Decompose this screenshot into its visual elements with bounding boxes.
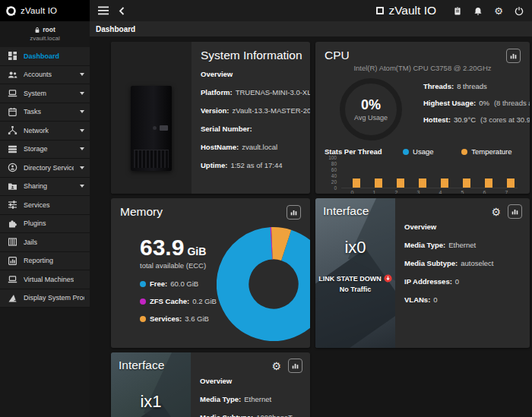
sidebar-item-jails[interactable]: Jails: [0, 233, 90, 252]
sidebar-item-sharing[interactable]: Sharing: [0, 178, 90, 197]
sidebar-nav: Dashboard Accounts: [0, 47, 90, 308]
topbar-title-text: zVault IO: [388, 4, 436, 17]
interface-settings-button[interactable]: ⚙: [491, 207, 501, 217]
thread-bar-group: [366, 178, 382, 188]
legend-free: Free:60.0 GiB: [140, 280, 217, 288]
section-label: Overview: [200, 377, 301, 385]
stat-threads: Threads:8 threads: [423, 82, 530, 90]
screen: zVault IO: [0, 0, 532, 417]
topbar-title: zVault IO: [376, 4, 436, 17]
thread-bar-group: [410, 178, 426, 188]
back-button[interactable]: [112, 0, 131, 21]
sidebar-item-services[interactable]: Services: [0, 196, 90, 215]
card-title: Memory: [120, 205, 163, 219]
legend-usage[interactable]: Usage: [403, 147, 433, 156]
people-icon: [8, 70, 17, 80]
sidebar-item-reporting[interactable]: Reporting: [0, 252, 90, 271]
memory-caption: total available (ECC): [140, 261, 217, 270]
sidebar-item-network[interactable]: Network: [0, 122, 90, 141]
storage-icon: [8, 144, 17, 154]
interface-ix1-card: Interface ix1 ⚙: [111, 352, 310, 417]
field-platform: Platform:TRUENAS-MINI-3.0-XL+: [201, 88, 310, 96]
field-media-type: Media Type:Ethernet: [200, 395, 301, 403]
memory-legend: Free:60.0 GiB ZFS Cache:0.2 GiB Services…: [140, 280, 217, 323]
link-state: LINK STATE DOWN: [318, 274, 392, 283]
chevron-down-icon: [80, 92, 84, 95]
stat-hottest: Hottest:30.9°C(3 cores at 30.9°C): [423, 115, 530, 124]
display-square-icon: [376, 7, 384, 14]
interface-photo: Interface ix1: [111, 352, 191, 417]
main-area: Dashboard System In: [90, 21, 532, 417]
legend-temperature[interactable]: Temperature: [461, 147, 511, 156]
puzzle-icon: [8, 219, 17, 229]
folder-share-icon: [8, 182, 17, 191]
interface-report-button[interactable]: [508, 204, 522, 219]
cpu-model: Intel(R) Atom(TM) CPU C3758 @ 2.20GHz: [325, 64, 521, 72]
user-host: zvault.local: [3, 35, 87, 42]
sidebar-item-system[interactable]: System: [0, 84, 90, 103]
breadcrumb[interactable]: Dashboard: [96, 25, 135, 33]
card-title: CPU: [325, 49, 350, 62]
chart-icon: [511, 207, 519, 216]
memory-donut-chart: [217, 227, 310, 341]
chevron-down-icon: [80, 185, 84, 188]
sidebar-item-dashboard[interactable]: Dashboard: [0, 47, 90, 66]
sidebar-item-accounts[interactable]: Accounts: [0, 66, 90, 85]
sidebar-item-plugins[interactable]: Plugins: [0, 215, 90, 234]
stat-highest-usage: Highest Usage:0%(8 threads at 0%): [423, 99, 530, 107]
sidebar-user[interactable]: root zvault.local: [0, 21, 90, 47]
cpu-y-axis: 020406080100: [326, 158, 338, 188]
dashboard-icon: [8, 51, 17, 61]
brand[interactable]: zVault IO: [0, 0, 90, 21]
terminal-icon: [8, 293, 17, 303]
gear-icon: ⚙: [271, 361, 281, 371]
field-media-subtype: Media Subtype:1000baseT: [200, 413, 301, 417]
card-title: Interface: [323, 204, 369, 218]
menu-toggle-button[interactable]: [94, 0, 112, 21]
server-image-panel: [111, 42, 192, 194]
laptop-icon: [8, 274, 17, 284]
user-name: root: [43, 26, 55, 33]
thread-bar-group: [477, 178, 492, 188]
field-media-subtype: Media Subtype:autoselect: [404, 259, 521, 267]
sidebar: root zvault.local Dashboard: [0, 21, 90, 417]
zvault-logo-icon: [5, 5, 17, 17]
field-hostname: HostName:zvault.local: [201, 143, 310, 151]
sidebar-item-virtual-machines[interactable]: Virtual Machines: [0, 270, 90, 289]
notifications-button[interactable]: [469, 0, 487, 21]
hamburger-icon: [98, 6, 109, 15]
gear-icon: ⚙: [491, 207, 501, 217]
thread-bar-group: [388, 178, 404, 188]
interface-settings-button[interactable]: ⚙: [271, 361, 281, 371]
lock-icon: [34, 27, 40, 33]
memory-report-button[interactable]: [287, 205, 301, 220]
sidebar-item-tasks[interactable]: Tasks: [0, 103, 90, 122]
sidebar-item-directory-services[interactable]: Directory Services: [0, 159, 90, 178]
sidebar-item-display-system-processes[interactable]: Display System Processes: [0, 289, 90, 308]
thread-bar-group: [344, 178, 360, 188]
chart-icon: [290, 208, 298, 216]
field-serial-number: Serial Number:: [201, 125, 310, 133]
legend-services: Services:3.6 GiB: [140, 314, 217, 323]
settings-button[interactable]: ⚙: [489, 0, 508, 21]
gear-icon: ⚙: [494, 6, 503, 16]
network-icon: [8, 125, 17, 135]
cpu-report-button[interactable]: [506, 49, 521, 63]
bar-chart-icon: [8, 256, 17, 266]
chevron-left-icon: [119, 7, 125, 15]
field-version: Version:zVault-13.3-MASTER-202502...: [201, 106, 310, 115]
top-bar: zVault IO: [0, 0, 532, 21]
interface-report-button[interactable]: [288, 359, 302, 373]
memory-total: 63.9GiB: [140, 236, 217, 259]
power-button[interactable]: [510, 0, 528, 21]
power-icon: [515, 6, 524, 16]
thread-bar-group: [432, 178, 448, 188]
field-vlans: VLANs:0: [404, 295, 521, 304]
chart-icon: [291, 362, 299, 370]
interface-name: ix1: [140, 392, 161, 412]
tasks-manager-button[interactable]: [448, 0, 467, 21]
chevron-down-icon: [80, 110, 84, 113]
sidebar-item-storage[interactable]: Storage: [0, 141, 90, 160]
empty-grid-cell: [315, 352, 530, 417]
chevron-down-icon: [80, 147, 84, 150]
